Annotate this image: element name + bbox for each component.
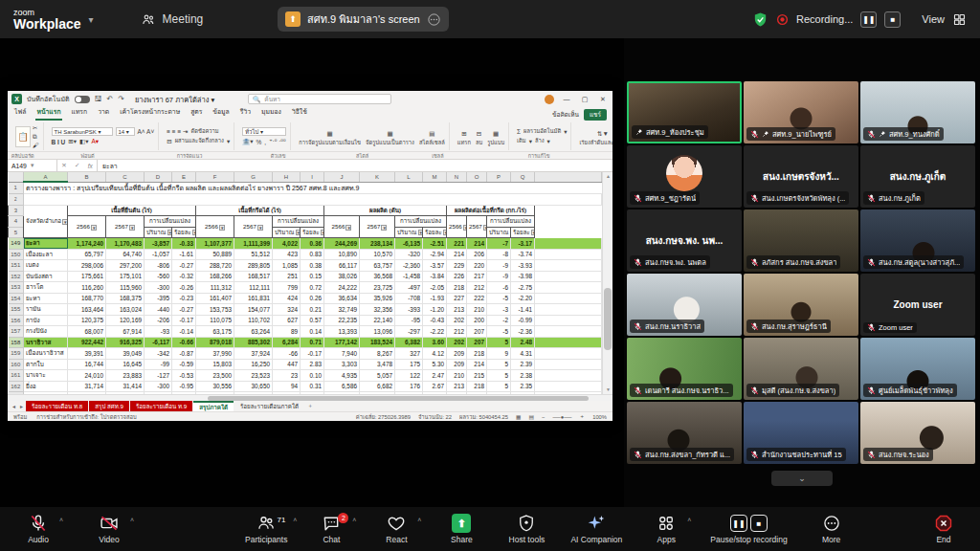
- participant-tile-14[interactable]: มุสดี (สนง.กษ.จ.สงขลา): [744, 338, 858, 400]
- zoom-in-icon[interactable]: ＋: [579, 412, 585, 421]
- header-sub[interactable]: ร้อยละ▼: [172, 227, 196, 238]
- header-year[interactable]: 2567▼: [106, 216, 145, 238]
- cell-value[interactable]: 226: [447, 271, 467, 282]
- cell-value[interactable]: 13,096: [360, 326, 395, 338]
- header-year[interactable]: 2566▼: [68, 216, 106, 238]
- format-painter-icon[interactable]: 🖌: [33, 142, 39, 148]
- stop-recording-icon[interactable]: ■: [750, 515, 768, 532]
- cell-value[interactable]: 218: [467, 348, 487, 360]
- cell-value[interactable]: -6: [487, 282, 511, 294]
- filter-icon[interactable]: ▼: [219, 225, 225, 231]
- cell-value[interactable]: 16,250: [234, 359, 273, 370]
- cell-value[interactable]: 67,914: [106, 326, 145, 338]
- cell-value[interactable]: 3,303: [324, 359, 360, 370]
- cell-value[interactable]: -2.05: [423, 282, 447, 294]
- cell-value[interactable]: 212: [447, 326, 467, 338]
- cell-value[interactable]: 30,556: [196, 381, 234, 392]
- cell-value[interactable]: 210: [467, 304, 487, 316]
- column-header-K[interactable]: K: [360, 172, 395, 182]
- cell-value[interactable]: -93: [145, 326, 172, 338]
- participant-tile-6[interactable]: สนง.กษ.ภูเก็ตสนง.กษ.ภูเก็ต: [860, 145, 975, 208]
- ellipsis-menu-icon[interactable]: [427, 12, 441, 27]
- sheet-tab-0[interactable]: ร้อยละรายเดือน ท.8: [26, 401, 88, 411]
- excel-menu-tab-6[interactable]: ข้อมูล: [212, 104, 230, 121]
- cell-value[interactable]: 324: [273, 304, 301, 316]
- cell-province[interactable]: เมืองนราธิวาส: [24, 348, 68, 360]
- close-icon[interactable]: ✕: [597, 96, 609, 103]
- sheet-tab-3[interactable]: สรุปภาคใต้: [193, 401, 234, 411]
- cell-value[interactable]: 447: [273, 359, 301, 370]
- cell-value[interactable]: -3.74: [511, 249, 535, 260]
- sheet-tab-4[interactable]: ร้อยละรายเดือนภาคใต้: [234, 401, 304, 411]
- participant-tile-2[interactable]: สศท.9_นายไพฑูรย์: [744, 81, 858, 143]
- cell-value[interactable]: 111,312: [196, 282, 234, 294]
- select-all-corner[interactable]: [9, 172, 24, 182]
- cell-province[interactable]: ยะหา: [24, 293, 68, 304]
- row-header-4[interactable]: 4: [9, 216, 24, 228]
- row-header-159[interactable]: 159: [9, 348, 24, 360]
- cell-value[interactable]: 23,523: [234, 370, 273, 382]
- column-header-H[interactable]: H: [273, 172, 301, 182]
- header-group-1[interactable]: เนื้อที่กรีดได้ (ไร่): [196, 205, 324, 216]
- cell-value[interactable]: -0.27: [172, 304, 196, 316]
- cell-value[interactable]: -9: [487, 260, 511, 272]
- cell-value[interactable]: -0.43: [423, 315, 447, 326]
- cell-province[interactable]: ตากใบ: [24, 359, 68, 370]
- cell-value[interactable]: 5.30: [423, 359, 447, 370]
- row-header-158[interactable]: 158: [9, 337, 24, 348]
- header-year[interactable]: 2566▼: [196, 216, 234, 238]
- cell-value[interactable]: 4.12: [423, 348, 447, 360]
- cell-value[interactable]: 214: [467, 238, 487, 250]
- cell-value[interactable]: -708: [395, 293, 423, 304]
- cell-value[interactable]: -0.17: [301, 348, 324, 360]
- video-caret-icon[interactable]: ˄: [130, 517, 134, 523]
- view-grid-icon[interactable]: [952, 12, 967, 27]
- cell-value[interactable]: 32,749: [324, 304, 360, 316]
- grow-font-icon[interactable]: A˄ A˅: [138, 128, 155, 135]
- cell-value[interactable]: 7,940: [324, 348, 360, 360]
- filter-icon[interactable]: ▼: [296, 230, 301, 235]
- cell-value[interactable]: 22,235: [324, 315, 360, 326]
- cell-value[interactable]: 175,661: [68, 271, 106, 282]
- decimal-icons[interactable]: ⁺·⁰ ·⁰⁰: [269, 138, 285, 145]
- cell-value[interactable]: 885,302: [234, 337, 273, 348]
- cell-value[interactable]: 6,284: [273, 337, 301, 348]
- cell-value[interactable]: -0.99: [511, 315, 535, 326]
- workbook-title[interactable]: ยางพารา 67 ภาคใต้ล่าง ▾: [135, 94, 214, 105]
- row-header-156[interactable]: 156: [9, 315, 24, 326]
- cell-value[interactable]: 221: [447, 238, 467, 250]
- pause-recording-button[interactable]: ❚❚: [860, 11, 877, 28]
- cell-value[interactable]: 922,442: [68, 337, 106, 348]
- cell-value[interactable]: 22,140: [360, 315, 395, 326]
- filter-icon[interactable]: ▼: [463, 225, 467, 231]
- cell-value[interactable]: -3.93: [511, 260, 535, 272]
- cell-value[interactable]: 2.39: [511, 359, 535, 370]
- cell-value[interactable]: -560: [145, 271, 172, 282]
- cell-value[interactable]: -99: [145, 359, 172, 370]
- fill-button[interactable]: เติม: [517, 138, 526, 143]
- column-header-P[interactable]: P: [487, 172, 511, 182]
- pause-recording-icon[interactable]: ❚❚: [730, 515, 747, 532]
- cell-value[interactable]: -1.93: [423, 293, 447, 304]
- cell-value[interactable]: 799: [273, 282, 301, 294]
- cell-value[interactable]: 288,720: [196, 260, 234, 272]
- filter-icon[interactable]: ▼: [167, 230, 172, 235]
- chat-caret-icon[interactable]: ˄: [352, 517, 356, 523]
- cell-value[interactable]: -2.20: [511, 293, 535, 304]
- cell-value[interactable]: 1,107,377: [196, 238, 234, 250]
- cell-value[interactable]: 0.36: [301, 238, 324, 250]
- cell-value[interactable]: 89: [273, 326, 301, 338]
- cell-value[interactable]: 214: [467, 359, 487, 370]
- row-header-154[interactable]: 154: [9, 293, 24, 304]
- excel-menu-tab-0[interactable]: ไฟล์: [13, 104, 27, 121]
- filter-icon[interactable]: ▼: [418, 230, 423, 235]
- zoom-slider[interactable]: ──●──: [552, 414, 571, 420]
- cell-value[interactable]: 31,414: [106, 381, 145, 392]
- view-layout-icon[interactable]: ▤: [529, 414, 534, 420]
- header-change[interactable]: การเปลี่ยนแปลง: [145, 216, 196, 228]
- cell-value[interactable]: -2,360: [395, 260, 423, 272]
- cell-value[interactable]: 0.57: [301, 315, 324, 326]
- cell-province[interactable]: ยี่งอ: [24, 381, 68, 392]
- participant-tile-18[interactable]: สนง.กษจ.ระนอง: [860, 402, 975, 464]
- header-sub[interactable]: ร้อยละ▼: [423, 227, 447, 238]
